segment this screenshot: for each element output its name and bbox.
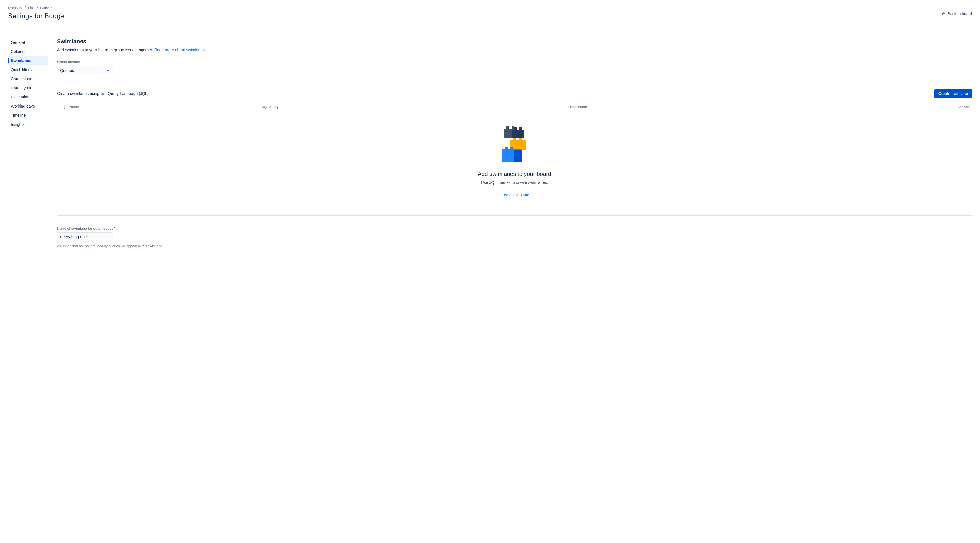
svg-rect-12 <box>514 150 522 162</box>
svg-rect-3 <box>514 127 517 130</box>
jql-hint: Create swimlanes using Jira Query Langua… <box>57 91 150 96</box>
blocks-illustration-icon <box>500 125 529 165</box>
swimlanes-table-header: ⋮⋮ Name JQL query Description Actions <box>57 102 972 112</box>
sidebar-item-timeline[interactable]: Timeline <box>8 111 48 119</box>
sidebar-item-working-days[interactable]: Working days <box>8 102 48 110</box>
back-to-board-link[interactable]: Back to board <box>941 11 972 16</box>
sidebar-item-card-layout[interactable]: Card layout <box>8 84 48 92</box>
breadcrumb-projects[interactable]: Projects <box>8 6 22 10</box>
section-description-period: . <box>205 48 206 52</box>
svg-rect-9 <box>505 147 508 149</box>
empty-state: Add swimlanes to your board Use JQL quer… <box>57 112 972 206</box>
breadcrumb-separator: / <box>25 6 26 10</box>
read-more-swimlanes-link[interactable]: Read more about swimlanes <box>154 48 205 52</box>
section-title: Swimlanes <box>57 38 972 45</box>
back-to-board-label: Back to board <box>948 11 972 16</box>
col-actions: Actions <box>875 105 970 109</box>
sidebar-item-columns[interactable]: Columns <box>8 47 48 56</box>
create-swimlane-button[interactable]: Create swimlane <box>934 89 972 98</box>
svg-rect-4 <box>519 127 522 130</box>
svg-rect-6 <box>513 138 516 140</box>
other-swimlane-name-input[interactable] <box>57 232 113 242</box>
chevron-down-icon <box>106 68 110 73</box>
drag-handle-icon: ⋮⋮ <box>59 105 67 109</box>
sidebar-item-estimation[interactable]: Estimation <box>8 93 48 101</box>
empty-state-title: Add swimlanes to your board <box>57 171 972 177</box>
breadcrumb-budget[interactable]: Budget <box>40 6 52 10</box>
empty-state-subtitle: Use JQL queries to create swimlanes. <box>57 180 972 185</box>
other-swimlane-name-label: Name of swimlane for other issues <box>57 227 972 230</box>
sidebar-item-quick-filters[interactable]: Quick filters <box>8 65 48 74</box>
select-method-label: Select method <box>57 60 972 64</box>
section-description-text: Add swimlanes to your board to group iss… <box>57 48 154 52</box>
arrow-left-icon <box>941 11 946 16</box>
col-name: Name <box>70 105 260 109</box>
svg-rect-0 <box>506 126 509 129</box>
svg-rect-5 <box>512 130 524 138</box>
select-method-dropdown[interactable]: Queries <box>57 66 113 75</box>
col-description: Description <box>568 105 872 109</box>
create-swimlane-link[interactable]: Create swimlane <box>500 193 529 197</box>
other-swimlane-hint: All issues that are not grouped by queri… <box>57 244 972 248</box>
sidebar-item-insights[interactable]: Insights <box>8 120 48 129</box>
sidebar-item-swimlanes[interactable]: Swimlanes <box>8 56 48 65</box>
page-title: Settings for Budget <box>8 12 66 20</box>
empty-state-illustration <box>500 125 529 165</box>
sidebar-item-general[interactable]: General <box>8 38 48 47</box>
breadcrumb-separator: / <box>37 6 38 10</box>
svg-rect-7 <box>519 138 522 140</box>
settings-sidebar: General Columns Swimlanes Quick filters … <box>8 38 48 248</box>
svg-rect-10 <box>511 147 513 149</box>
col-jql: JQL query <box>262 105 566 109</box>
section-description: Add swimlanes to your board to group iss… <box>57 48 972 52</box>
select-method-value: Queries <box>60 68 74 73</box>
sidebar-item-card-colours[interactable]: Card colours <box>8 75 48 83</box>
breadcrumb-life[interactable]: Life <box>28 6 35 10</box>
breadcrumb: Projects / Life / Budget <box>8 6 66 10</box>
